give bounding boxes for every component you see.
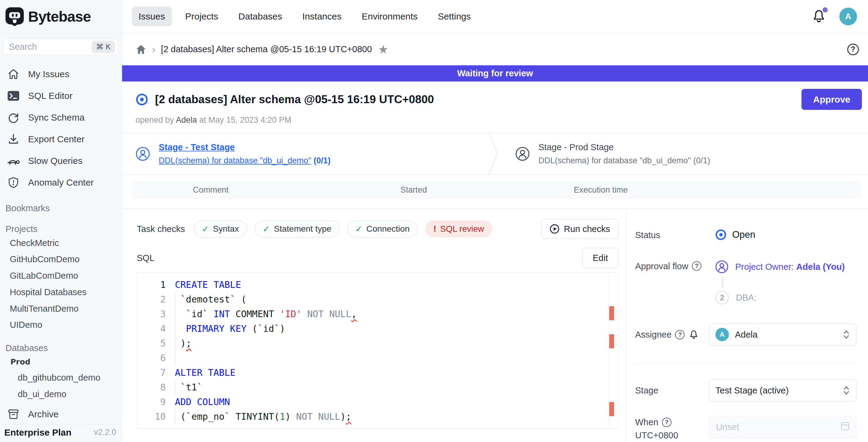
task-checks-row: Task checks ✓ Syntax ✓ Statement type ✓ … [137, 219, 618, 239]
sidebar-project-item[interactable]: Hospital Databases [0, 284, 122, 301]
sidebar-item-sync-schema[interactable]: Sync Schema [0, 107, 122, 128]
approver-name: Adela (You) [796, 262, 845, 272]
check-fail-icon: ! [433, 224, 436, 234]
stage-value: Test Stage (active) [715, 385, 789, 396]
sidebar-item-archive[interactable]: Archive [0, 404, 122, 424]
sidebar-project-item[interactable]: CheckMetric [0, 235, 122, 251]
search-shortcut: ⌘ K [92, 41, 115, 53]
sidebar-section-databases: Databases [0, 343, 122, 354]
status-row: Status Open [635, 229, 857, 241]
select-chevrons-icon [843, 329, 850, 340]
edit-sql-button[interactable]: Edit [582, 248, 618, 268]
brand[interactable]: Bytebase [0, 0, 122, 33]
code-line: 2 `demotest` ( [137, 292, 618, 307]
sidebar-item-anomaly-center[interactable]: Anomaly Center [0, 172, 122, 193]
check-pill-connection[interactable]: ✓ Connection [347, 220, 418, 238]
sidebar-section-bookmarks: Bookmarks [0, 203, 122, 214]
check-pass-icon: ✓ [202, 224, 209, 234]
sidebar-item-sql-editor[interactable]: SQL Editor [0, 85, 122, 107]
stage-prod[interactable]: Stage - Prod Stage DDL(schema) for datab… [498, 133, 710, 174]
code-line: 1CREATE TABLE [137, 278, 618, 292]
search-box[interactable]: ⌘ K [3, 39, 118, 55]
code-line: 6 [137, 351, 618, 366]
line-number: 5 [137, 336, 167, 351]
help-icon[interactable]: ? [847, 44, 859, 55]
breadcrumb-home-icon[interactable] [135, 44, 147, 55]
sidebar-item-slow-queries[interactable]: Slow Queries [0, 150, 122, 172]
stage-test[interactable]: Stage - Test Stage DDL(schema) for datab… [122, 133, 488, 174]
play-circle-icon [550, 224, 559, 234]
sidebar-item-export-center[interactable]: Export Center [0, 128, 122, 150]
sidebar-item-label: SQL Editor [28, 91, 73, 101]
column-execution-time: Execution time [574, 185, 628, 195]
assignee-notify-bell-icon[interactable] [689, 329, 699, 340]
code-text: ); [175, 336, 191, 351]
main-area: Issues Projects Databases Instances Envi… [122, 0, 868, 442]
task-table-header: Comment Started Execution time [132, 181, 862, 199]
tab-environments[interactable]: Environments [355, 7, 424, 26]
stage-name[interactable]: Stage - Prod Stage [538, 142, 710, 152]
run-checks-label: Run checks [564, 224, 610, 234]
sidebar-project-item[interactable]: GitLabComDemo [0, 268, 122, 284]
line-number: 2 [137, 292, 167, 307]
check-pill-sql-review[interactable]: ! SQL review [425, 220, 492, 238]
search-input[interactable] [9, 42, 92, 52]
task-detail: Task checks ✓ Syntax ✓ Statement type ✓ … [122, 209, 626, 442]
sidebar-project-item[interactable]: UIDemo [0, 317, 122, 333]
sidebar-item-label: Slow Queries [28, 156, 83, 166]
assignee-help-icon[interactable]: ? [675, 330, 685, 340]
sidebar-database-item[interactable]: db_ui_demo [0, 386, 122, 402]
stage-task: DDL(schema) for database "db_ui_demo" [538, 156, 691, 165]
plan-version: v2.2.0 [94, 428, 116, 437]
run-checks-button[interactable]: Run checks [541, 219, 618, 239]
download-icon [7, 132, 20, 146]
assignee-label: Assignee [635, 330, 672, 340]
stage-task-link[interactable]: DDL(schema) for database "db_ui_demo" [159, 156, 311, 165]
approval-step-2-role: DBA: [736, 293, 756, 303]
sidebar-project-item[interactable]: GitHubComDemo [0, 251, 122, 268]
sidebar-item-my-issues[interactable]: My Issues [0, 63, 122, 85]
assignee-select[interactable]: A Adela [709, 323, 857, 346]
status-banner: Waiting for review [122, 65, 868, 82]
stage-separator-chevron [488, 133, 498, 174]
open-status-icon [715, 229, 727, 241]
assignee-avatar: A [715, 328, 729, 341]
top-nav: Issues Projects Databases Instances Envi… [122, 0, 868, 33]
tab-settings[interactable]: Settings [431, 7, 477, 26]
tab-projects[interactable]: Projects [179, 7, 225, 26]
plan-bar: Enterprise Plan v2.2.0 [0, 424, 122, 442]
tab-issues[interactable]: Issues [132, 7, 172, 26]
bytebase-logo-icon [5, 7, 24, 26]
when-datetime-input[interactable] [709, 416, 857, 438]
check-pill-syntax[interactable]: ✓ Syntax [193, 220, 247, 238]
home-icon [7, 67, 20, 81]
line-number: 10 [137, 409, 167, 424]
issue-author: Adela [176, 115, 197, 125]
code-line: 4 PRIMARY KEY (`id`) [137, 321, 618, 336]
stage-select[interactable]: Test Stage (active) [709, 379, 857, 401]
stages-pipeline: Stage - Test Stage DDL(schema) for datab… [122, 133, 868, 175]
tab-instances[interactable]: Instances [296, 7, 348, 26]
sidebar-project-item[interactable]: MultiTenantDemo [0, 301, 122, 317]
stage-label: Stage [635, 385, 715, 396]
tab-databases[interactable]: Databases [231, 7, 289, 26]
stage-progress: (0/1) [693, 156, 710, 165]
calendar-icon [840, 421, 850, 434]
approval-help-icon[interactable]: ? [692, 261, 701, 271]
status-value: Open [732, 229, 755, 240]
person-circle-icon [515, 147, 530, 161]
opened-suffix: at May 15, 2023 4:20 PM [199, 115, 291, 125]
status-label: Status [635, 229, 715, 241]
stage-name[interactable]: Stage - Test Stage [159, 142, 331, 152]
user-avatar[interactable]: A [839, 8, 857, 25]
notification-bell-icon[interactable] [812, 8, 827, 24]
check-pill-statement-type[interactable]: ✓ Statement type [254, 220, 340, 238]
approver-role: Project Owner: [735, 262, 796, 272]
sql-editor[interactable]: 1CREATE TABLE2 `demotest` (3 `id` INT CO… [137, 272, 618, 429]
sidebar-database-item[interactable]: db_githubcom_demo [0, 370, 122, 386]
sql-section-header: SQL Edit [137, 248, 618, 268]
when-help-icon[interactable]: ? [662, 418, 672, 427]
approve-button[interactable]: Approve [802, 89, 862, 110]
person-circle-icon [135, 147, 150, 161]
bookmark-star-icon[interactable]: ★ [378, 44, 389, 55]
